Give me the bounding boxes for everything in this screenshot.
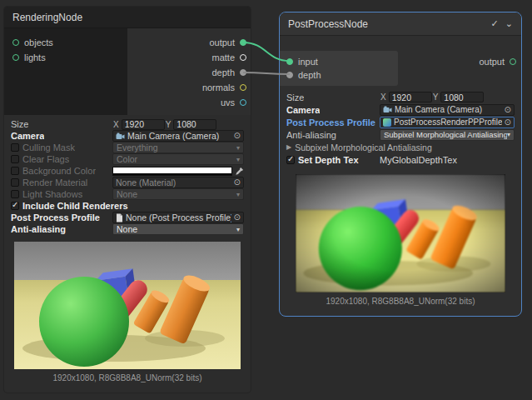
post-process-profile-value: None (Post Process Profile) bbox=[126, 212, 231, 222]
camera-icon bbox=[383, 106, 392, 113]
post-process-preview-image bbox=[296, 174, 505, 292]
dropdown-arrow-icon: ▾ bbox=[236, 226, 240, 233]
post-process-profile-object-field[interactable]: PostProcessRenderPPProfile (Pos ⊙ bbox=[380, 117, 515, 128]
clear-flags-dropdown[interactable]: Color ▾ bbox=[112, 153, 244, 165]
camera-icon bbox=[116, 132, 125, 140]
light-shadows-checkbox[interactable] bbox=[11, 190, 19, 198]
post-process-node-output-ports: output bbox=[479, 51, 521, 86]
set-depth-tex-value[interactable]: MyGlobalDepthTex bbox=[380, 155, 457, 165]
port-output[interactable]: output bbox=[209, 35, 246, 50]
vignette-overlay bbox=[296, 174, 505, 292]
background-color-checkbox[interactable] bbox=[11, 167, 19, 175]
smaa-foldout-label: Subpixel Morphological Antialiasing bbox=[295, 142, 432, 152]
camera-row: Camera Main Camera (Camera) ⊙ bbox=[11, 130, 244, 142]
culling-mask-value: Everything bbox=[117, 142, 236, 152]
port-uvs[interactable]: uvs bbox=[221, 95, 246, 110]
foldout-arrow-icon[interactable]: ▶ bbox=[286, 143, 291, 151]
port-input[interactable]: input bbox=[286, 55, 398, 68]
port-input-dot[interactable] bbox=[286, 58, 293, 65]
rendering-node[interactable]: RenderingNode objects lights output bbox=[4, 7, 251, 392]
culling-mask-dropdown[interactable]: Everything ▾ bbox=[112, 142, 244, 153]
file-icon bbox=[116, 213, 123, 222]
post-process-profile-label[interactable]: Post Process Profile bbox=[286, 118, 375, 128]
post-process-node-header[interactable]: PostProcessNode ✓ ⌄ bbox=[280, 12, 521, 36]
camera-label: Camera bbox=[286, 105, 320, 115]
light-shadows-label: Light Shadows bbox=[22, 189, 82, 199]
size-label: Size bbox=[286, 92, 304, 102]
port-depth-dot[interactable] bbox=[240, 69, 246, 76]
object-picker-icon[interactable]: ⊙ bbox=[505, 118, 511, 127]
node-enabled-check-icon[interactable]: ✓ bbox=[491, 18, 499, 29]
port-lights[interactable]: lights bbox=[12, 50, 127, 65]
anti-aliasing-value: None bbox=[117, 224, 236, 234]
port-normals[interactable]: normals bbox=[202, 80, 246, 95]
object-picker-icon[interactable]: ⊙ bbox=[234, 132, 241, 140]
port-output-pp-label: output bbox=[479, 57, 505, 67]
size-x-input[interactable] bbox=[389, 92, 432, 102]
anti-aliasing-label: Anti-aliasing bbox=[11, 224, 66, 234]
size-y-input[interactable] bbox=[440, 92, 484, 102]
background-color-swatch[interactable] bbox=[112, 167, 232, 176]
port-objects[interactable]: objects bbox=[12, 35, 127, 50]
size-x-input[interactable] bbox=[122, 119, 165, 130]
post-process-profile-row: Post Process Profile None (Post Process … bbox=[11, 212, 244, 223]
set-depth-tex-checkbox[interactable] bbox=[286, 156, 295, 164]
include-child-renderers-label: Include Child Renderers bbox=[22, 201, 128, 211]
size-x-label: X bbox=[380, 92, 386, 102]
rendering-node-header[interactable]: RenderingNode bbox=[4, 7, 251, 28]
eyedropper-icon[interactable] bbox=[235, 167, 244, 176]
rendering-node-ports: objects lights output matte depth bbox=[4, 28, 251, 115]
node-graph-canvas[interactable]: RenderingNode objects lights output bbox=[0, 0, 532, 400]
port-output-dot[interactable] bbox=[240, 39, 246, 46]
port-lights-dot[interactable] bbox=[12, 54, 19, 61]
port-objects-label: objects bbox=[24, 38, 53, 48]
port-objects-dot[interactable] bbox=[12, 39, 19, 46]
post-process-profile-label: Post Process Profile bbox=[11, 212, 100, 222]
port-depth-in[interactable]: depth bbox=[286, 68, 398, 82]
smaa-foldout-row[interactable]: ▶ Subpixel Morphological Antialiasing bbox=[286, 141, 515, 153]
dropdown-arrow-icon: ▾ bbox=[507, 131, 510, 138]
clear-flags-row: Clear Flags Color ▾ bbox=[11, 153, 244, 165]
size-label: Size bbox=[11, 119, 28, 129]
object-picker-icon[interactable]: ⊙ bbox=[234, 213, 241, 222]
anti-aliasing-dropdown[interactable]: None ▾ bbox=[112, 223, 244, 235]
culling-mask-checkbox[interactable] bbox=[11, 143, 19, 152]
anti-aliasing-dropdown[interactable]: Subpixel Morphological Antialiasing ▾ bbox=[380, 129, 515, 141]
render-material-value: None (Material) bbox=[116, 178, 231, 188]
clear-flags-value: Color bbox=[117, 154, 236, 164]
render-material-checkbox[interactable] bbox=[11, 178, 19, 187]
camera-value: Main Camera (Camera) bbox=[127, 131, 231, 141]
post-process-profile-object-field[interactable]: None (Post Process Profile) ⊙ bbox=[112, 212, 244, 223]
light-shadows-dropdown[interactable]: None ▾ bbox=[112, 188, 244, 200]
rendering-node-title: RenderingNode bbox=[12, 12, 242, 23]
rendering-node-properties: Size X Y Camera Main Camera (Camera) ⊙ C… bbox=[4, 118, 251, 235]
port-normals-dot[interactable] bbox=[240, 84, 246, 91]
node-collapse-chevron-icon[interactable]: ⌄ bbox=[505, 18, 513, 29]
port-uvs-dot[interactable] bbox=[240, 99, 246, 106]
size-y-input[interactable] bbox=[173, 119, 216, 130]
port-matte-dot[interactable] bbox=[240, 54, 246, 61]
light-shadows-value: None bbox=[117, 189, 236, 199]
camera-object-field[interactable]: Main Camera (Camera) ⊙ bbox=[112, 130, 244, 142]
size-x-label: X bbox=[113, 120, 119, 129]
clear-flags-checkbox[interactable] bbox=[11, 155, 19, 163]
camera-object-field[interactable]: Main Camera (Camera) ⊙ bbox=[380, 104, 515, 116]
port-depth-in-dot[interactable] bbox=[286, 72, 293, 78]
clear-flags-label: Clear Flags bbox=[22, 154, 69, 164]
post-process-node-title: PostProcessNode bbox=[288, 18, 485, 30]
camera-row: Camera Main Camera (Camera) ⊙ bbox=[286, 103, 515, 116]
rendering-node-output-ports: output matte depth normals uvs bbox=[127, 28, 251, 115]
port-depth[interactable]: depth bbox=[211, 65, 246, 80]
post-process-node[interactable]: PostProcessNode ✓ ⌄ input depth output bbox=[279, 12, 522, 317]
port-output-pp-dot[interactable] bbox=[510, 58, 516, 65]
dropdown-arrow-icon: ▾ bbox=[236, 144, 240, 152]
port-output-pp[interactable]: output bbox=[479, 55, 516, 68]
rendering-node-input-ports: objects lights bbox=[4, 28, 127, 115]
port-matte[interactable]: matte bbox=[211, 50, 246, 65]
object-picker-icon[interactable]: ⊙ bbox=[234, 178, 241, 187]
object-picker-icon[interactable]: ⊙ bbox=[505, 106, 511, 114]
culling-mask-label: Culling Mask bbox=[22, 142, 75, 152]
render-material-object-field[interactable]: None (Material) ⊙ bbox=[112, 177, 244, 188]
post-process-node-properties: Size X Y Camera Main Camera (Camera) ⊙ P… bbox=[280, 91, 521, 166]
include-child-renderers-checkbox[interactable] bbox=[11, 202, 19, 210]
